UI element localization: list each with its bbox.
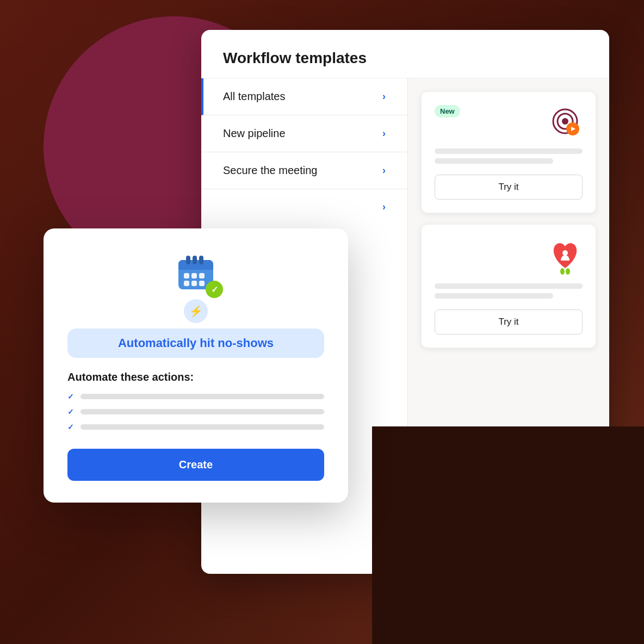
chevron-right-icon: ›: [382, 165, 386, 176]
bullseye-icon-area: [548, 105, 583, 140]
bullseye-icon: [548, 105, 583, 140]
nav-item-label: Secure the meeting: [223, 164, 317, 177]
try-it-button-1[interactable]: Try it: [435, 175, 583, 200]
popup-icon-container: ✓ ⚡: [67, 250, 324, 296]
card-line: [435, 293, 553, 299]
svg-point-2: [562, 118, 568, 125]
nav-item-secure-meeting[interactable]: Secure the meeting ›: [201, 152, 407, 189]
svg-rect-17: [184, 281, 189, 286]
create-button[interactable]: Create: [67, 449, 324, 481]
action-item-1: ✓: [67, 392, 324, 401]
action-line-2: [81, 409, 324, 414]
card-lines-2: [435, 283, 583, 299]
svg-rect-18: [191, 281, 197, 286]
popup-title-pill: Automatically hit no-shows: [67, 329, 324, 358]
popup-subtitle: Automate these actions:: [67, 371, 324, 383]
svg-point-5: [562, 250, 568, 256]
svg-rect-15: [191, 273, 197, 278]
card-line: [435, 283, 583, 289]
card-line: [435, 148, 583, 154]
panel-title: Workflow templates: [223, 49, 587, 67]
popup-title: Automatically hit no-shows: [118, 336, 274, 350]
nav-item-all-templates[interactable]: All templates ›: [201, 78, 407, 115]
svg-rect-19: [199, 281, 205, 286]
heart-person-icon: [548, 238, 583, 275]
nav-item-new-pipeline[interactable]: New pipeline ›: [201, 115, 407, 152]
card-top-2: [435, 238, 583, 275]
svg-rect-12: [193, 256, 197, 264]
panel-header: Workflow templates: [201, 30, 609, 78]
calendar-icon-wrap: ✓ ⚡: [174, 250, 218, 296]
templates-right: New: [408, 78, 609, 568]
action-list: ✓ ✓ ✓: [67, 392, 324, 431]
action-item-3: ✓: [67, 423, 324, 431]
chevron-right-icon: ›: [382, 128, 386, 139]
svg-rect-11: [186, 256, 190, 264]
action-line-3: [81, 424, 324, 430]
svg-rect-14: [184, 273, 189, 278]
svg-rect-16: [199, 273, 205, 278]
card-line: [435, 158, 553, 164]
svg-point-7: [566, 268, 570, 275]
lightning-badge: ⚡: [184, 299, 208, 323]
check-icon-3: ✓: [67, 423, 74, 431]
action-line-1: [81, 394, 324, 399]
chevron-right-icon: ›: [382, 201, 386, 213]
svg-rect-13: [199, 256, 203, 264]
template-card-1: New: [421, 91, 596, 213]
chevron-right-icon: ›: [382, 91, 386, 102]
heart-icon-area: [548, 238, 583, 275]
popup-card: ✓ ⚡ Automatically hit no-shows Automate …: [44, 228, 348, 503]
new-badge: New: [435, 105, 460, 117]
check-badge: ✓: [206, 281, 223, 298]
template-card-2: Try it: [421, 224, 596, 348]
try-it-button-2[interactable]: Try it: [435, 309, 583, 335]
svg-rect-10: [178, 265, 213, 270]
card-top: New: [435, 105, 583, 140]
nav-item-label: New pipeline: [223, 127, 286, 140]
background: Workflow templates All templates › New p…: [0, 0, 644, 644]
action-item-2: ✓: [67, 407, 324, 416]
nav-item-label: All templates: [223, 90, 286, 103]
card-lines: [435, 148, 583, 164]
check-icon-2: ✓: [67, 407, 74, 416]
svg-point-6: [560, 268, 565, 275]
nav-item-more[interactable]: ›: [201, 189, 407, 225]
check-icon-1: ✓: [67, 392, 74, 401]
